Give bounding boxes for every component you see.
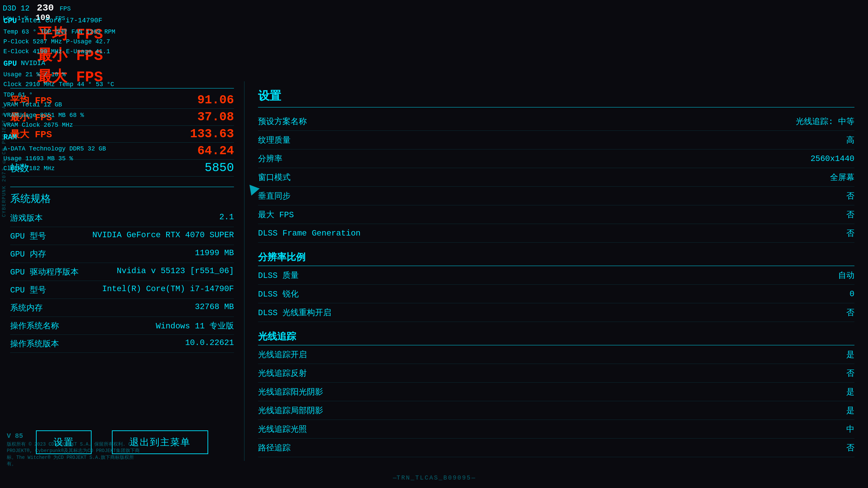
- settings-val: 868x488: [810, 154, 854, 163]
- ram-clock: Clock 7182 MHz: [3, 164, 55, 173]
- spec-row: 操作系统版本10.0.22621: [10, 335, 234, 353]
- spec-row: GPU 内存11999 MB: [10, 245, 234, 263]
- version-label: V 85: [7, 432, 23, 440]
- version-text: 版权所有 © 2023 CD PROJEKT S.A. 保留所有权利. CD P…: [7, 441, 142, 468]
- spec-key: GPU 内存: [10, 248, 46, 259]
- spec-key: CPU 型号: [10, 284, 46, 295]
- fps-min-value: 37.08: [166, 110, 234, 124]
- gpu-vram-total: VRAM Total 12 GB: [3, 100, 62, 109]
- right-panel: 设置 预设方案名称光线追踪: 中等纹理质量高分辨率2560x1440窗口模式全屏…: [244, 81, 868, 461]
- raytracing-val: 中: [846, 424, 854, 434]
- resolution-val: 否: [846, 307, 854, 318]
- settings-row: 最大 FPS否: [258, 205, 854, 224]
- settings-val: 全屏幕: [830, 172, 854, 183]
- raytracing-val: 是: [846, 405, 854, 416]
- fps-frames-value: 5850: [166, 161, 234, 175]
- settings-key: 窗口模式: [258, 172, 291, 183]
- fps-extra-value: 64.24: [166, 144, 234, 158]
- ram-usage: Usage 11693 MB 35 %: [3, 154, 73, 163]
- settings-val: 否: [846, 190, 854, 201]
- bottom-watermark: TRN_TLCAS_B09095: [397, 474, 472, 481]
- gpu-temp2: 53 °C: [96, 80, 114, 89]
- spec-val: 11999 MB: [195, 248, 234, 259]
- raytracing-key: 光线追踪光照: [258, 424, 307, 434]
- raytracing-key: 光线追踪反射: [258, 368, 307, 379]
- raytracing-row: 光线追踪局部阴影是: [258, 401, 854, 420]
- raytracing-val: 否: [846, 368, 854, 379]
- settings-row: DLSS Frame Generation否: [258, 224, 854, 243]
- gpu-temp1: Temp 44 °: [59, 80, 92, 89]
- spec-row: CPU 型号Intel(R) Core(TM) i7-14790F: [10, 281, 234, 299]
- d3d-fps-unit: FPS: [60, 5, 71, 12]
- cpu-model: Intel Core i7-14790F: [21, 16, 102, 27]
- settings-key: 预设方案名称: [258, 116, 307, 127]
- fps-avg-value: 91.06: [166, 93, 234, 107]
- raytracing-row: 光线追踪开启是: [258, 345, 854, 364]
- raytracing-val: 否: [846, 442, 854, 453]
- settings-val: 否: [846, 228, 854, 239]
- spec-row: 操作系统名称Windows 11 专业版: [10, 317, 234, 335]
- resolution-row: DLSS 锐化0: [258, 285, 854, 303]
- resolution-val: 自动: [838, 270, 854, 281]
- settings-val: 否: [846, 209, 854, 220]
- settings-key: 垂直同步: [258, 190, 291, 201]
- spec-val: Nvidia v 55123 [r551_06]: [117, 266, 234, 277]
- raytracing-row: 光线追踪光照中: [258, 420, 854, 439]
- spec-row: 游戏版本2.1: [10, 209, 234, 227]
- settings-key: 分辨率: [258, 153, 282, 164]
- raytracing-key: 光线追踪阳光阴影: [258, 386, 323, 397]
- settings-val: 光线追踪: 中等: [796, 116, 854, 127]
- cpu-eclock: E-Clock 4190 MHz: [3, 47, 62, 56]
- raytracing-row: 路径追踪否: [258, 439, 854, 457]
- gpu-clock: Clock 2910 MHz: [3, 80, 55, 89]
- settings-key: DLSS Frame Generation: [258, 229, 360, 238]
- gpu-label: GPU: [3, 58, 17, 69]
- resolution-row: DLSS 质量自动: [258, 266, 854, 285]
- spec-key: 操作系统版本: [10, 338, 59, 349]
- gpu-vram-clock: VRAM Clock 2675 MHz: [3, 121, 73, 130]
- gpu-tdp: TDP 61 °: [3, 90, 33, 100]
- settings-title: 设置: [258, 88, 854, 107]
- spec-key: 操作系统名称: [10, 320, 59, 331]
- raytracing-header: 光线追踪: [258, 325, 854, 345]
- d3d-label: D3D 12: [3, 4, 29, 13]
- raytracing-row: 光线追踪阳光阴影是: [258, 383, 854, 401]
- cpu-pusage: P-Usage 42.7: [66, 37, 110, 46]
- raytracing-val: 是: [846, 349, 854, 360]
- settings-key: 纹理质量: [258, 135, 291, 145]
- gpu-name: NVIDIA: [21, 58, 45, 69]
- spec-key: GPU 型号: [10, 230, 46, 241]
- settings-key: 最大 FPS: [258, 209, 294, 220]
- raytracing-rows: 光线追踪开启是光线追踪反射否光线追踪阳光阴影是光线追踪局部阴影是光线追踪光照中路…: [258, 345, 854, 457]
- spec-val: NVIDIA GeForce RTX 4070 SUPER: [92, 230, 234, 241]
- cpu-tdp: TDP 监控: [40, 27, 67, 37]
- resolution-rows: DLSS 质量自动DLSS 锐化0DLSS 光线重构开启否: [258, 266, 854, 322]
- gpu-usage: Usage 21 % / 10 %: [3, 70, 66, 79]
- hud-overlay: CPU Intel Core i7-14790F Temp 63 ° TDP 监…: [0, 14, 122, 175]
- spec-row: GPU 驱动程序版本Nvidia v 55123 [r551_06]: [10, 263, 234, 281]
- settings-row: 垂直同步否: [258, 187, 854, 205]
- gpu-vram-usage: VRAMUsage 8351 MB 68 %: [3, 111, 84, 120]
- cpu-pclock: P-Clock 5287 MHz: [3, 37, 62, 46]
- spec-val: 10.0.22621: [185, 338, 234, 349]
- resolution-val: 0: [850, 289, 854, 299]
- spec-val: 2.1: [219, 212, 234, 223]
- raytracing-key: 路径追踪: [258, 442, 291, 453]
- resolution-row: DLSS 光线重构开启否: [258, 303, 854, 322]
- ram-brand: A-DATA Technology DDR5 32 GB: [3, 144, 106, 154]
- d3d-fps: 230: [37, 3, 54, 13]
- settings-row: 预设方案名称光线追踪: 中等: [258, 112, 854, 131]
- cpu-temp: Temp 63 °: [3, 27, 36, 37]
- cpu-fan: FAN 1269 RPM: [71, 27, 115, 37]
- raytracing-row: 光线追踪反射否: [258, 364, 854, 383]
- spec-val: 32768 MB: [195, 302, 234, 313]
- spec-key: 游戏版本: [10, 212, 43, 223]
- settings-row: 纹理质量高: [258, 131, 854, 149]
- settings-val: 高: [846, 135, 854, 145]
- ram-label: RAM: [3, 132, 17, 143]
- resolution-key: DLSS 光线重构开启: [258, 307, 331, 318]
- settings-row: 窗口模式全屏幕: [258, 168, 854, 187]
- cpu-label: CPU: [3, 16, 17, 27]
- specs-section: 系统规格 游戏版本2.1GPU 型号NVIDIA GeForce RTX 407…: [10, 187, 234, 353]
- raytracing-key: 光线追踪开启: [258, 349, 307, 360]
